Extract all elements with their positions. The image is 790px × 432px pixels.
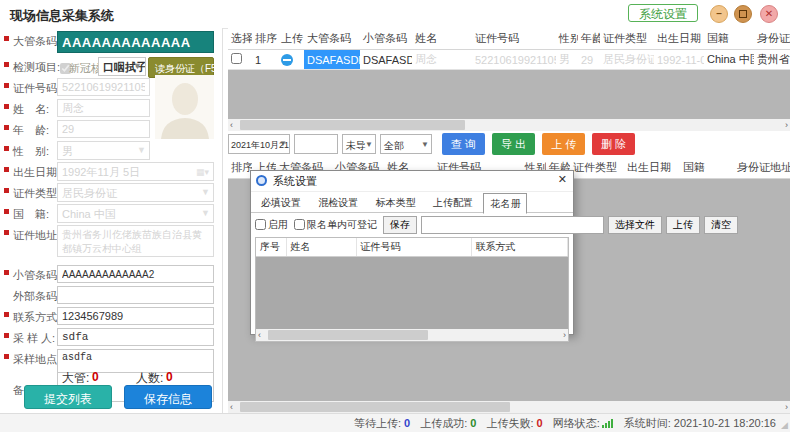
export-button[interactable]: 导 出 bbox=[492, 133, 535, 155]
app-window: 现场信息采集系统 系统设置 – ✕ 大管条码: 检测项目: 新冠核酸 口咽拭子 … bbox=[0, 0, 790, 432]
choose-file-button[interactable]: 选择文件 bbox=[608, 216, 662, 234]
id-type-value: 居民身份证 bbox=[62, 187, 117, 199]
maximize-icon[interactable] bbox=[734, 5, 752, 23]
scroll-left-icon[interactable]: ‹ bbox=[230, 119, 233, 131]
contact-input[interactable] bbox=[57, 307, 214, 325]
sample-type-select[interactable]: 口咽拭子 ▼ bbox=[98, 57, 146, 76]
dialog-tabs: 必填设置 混检设置 标本类型 上传配置 花名册 bbox=[251, 192, 573, 213]
dialog-title-bar[interactable]: 系统设置 ✕ bbox=[251, 171, 573, 192]
close-icon[interactable]: ✕ bbox=[760, 5, 778, 23]
col-gender[interactable]: 性别 bbox=[556, 28, 578, 50]
scrollbar-thumb[interactable] bbox=[240, 120, 465, 130]
export-filter-select[interactable]: 未导 ▼ bbox=[342, 134, 376, 154]
nationality-label: 国 籍: bbox=[13, 207, 49, 222]
file-path-input[interactable] bbox=[421, 216, 604, 234]
row-age: 29 bbox=[578, 50, 600, 70]
horizontal-scrollbar[interactable]: ‹ › bbox=[256, 329, 568, 341]
small-tube-label: 小管条码: bbox=[13, 268, 60, 283]
col-birth[interactable]: 出生日期 bbox=[624, 157, 680, 179]
col-small-tube[interactable]: 小管条码 bbox=[360, 28, 412, 50]
person-silhouette-icon bbox=[155, 75, 214, 139]
upload-success-status: 上传成功: 0 bbox=[420, 416, 476, 431]
col-id-type[interactable]: 证件类型 bbox=[570, 157, 624, 179]
nationality-row: 国 籍: China 中国 ▼ bbox=[0, 204, 222, 224]
scroll-right-icon[interactable]: › bbox=[785, 401, 788, 413]
system-settings-dialog: 系统设置 ✕ 必填设置 混检设置 标本类型 上传配置 花名册 启用 限名单内可登… bbox=[250, 170, 574, 335]
query-button[interactable]: 查 询 bbox=[442, 133, 485, 155]
date-picker[interactable]: 2021年10月21日 ▼ bbox=[228, 134, 290, 154]
network-status: 网络状态: bbox=[553, 416, 614, 431]
col-address[interactable]: 身份证地址 bbox=[734, 157, 790, 179]
system-settings-button[interactable]: 系统设置 bbox=[628, 4, 698, 22]
small-tube-input[interactable] bbox=[57, 265, 214, 283]
all-filter-select[interactable]: 全部 ▼ bbox=[380, 134, 432, 154]
save-info-button[interactable]: 保存信息（F9） bbox=[124, 385, 212, 409]
sampler-input[interactable] bbox=[57, 328, 214, 346]
external-barcode-input[interactable] bbox=[57, 286, 214, 304]
required-marker bbox=[4, 270, 9, 275]
birth-date-picker[interactable]: 1992年11月 5日 ▦▾ bbox=[57, 162, 214, 181]
scroll-right-icon[interactable]: › bbox=[785, 119, 788, 131]
col-contact[interactable]: 联系方式 bbox=[471, 238, 568, 257]
col-select[interactable]: 选择 bbox=[228, 28, 252, 50]
chevron-down-icon: ▼ bbox=[201, 208, 210, 218]
tab-specimen-type[interactable]: 标本类型 bbox=[369, 192, 423, 213]
table-header-row: 选择 排序 上传 大管条码 小管条码 姓名 证件号码 性别 年龄 证件类型 出生… bbox=[228, 28, 790, 50]
upload-fail-status: 上传失败: 0 bbox=[486, 416, 542, 431]
nationality-select[interactable]: China 中国 ▼ bbox=[57, 204, 214, 223]
tab-roster[interactable]: 花名册 bbox=[483, 193, 527, 214]
col-nationality[interactable]: 国籍 bbox=[680, 157, 734, 179]
search-input[interactable] bbox=[294, 134, 338, 154]
row-small-tube: DSAFASDFAAAS1 bbox=[360, 50, 412, 70]
scrollbar-thumb[interactable] bbox=[240, 402, 510, 412]
col-id-number[interactable]: 证件号码 bbox=[472, 28, 556, 50]
col-order[interactable]: 排序 bbox=[252, 28, 278, 50]
col-age[interactable]: 年龄 bbox=[578, 28, 600, 50]
dialog-close-icon[interactable]: ✕ bbox=[558, 173, 567, 186]
col-address[interactable]: 身份证地址 bbox=[754, 28, 790, 50]
horizontal-scrollbar[interactable]: ‹ › bbox=[228, 119, 790, 131]
scrollbar-thumb[interactable] bbox=[268, 330, 428, 340]
id-type-select[interactable]: 居民身份证 ▼ bbox=[57, 183, 214, 202]
col-name[interactable]: 姓名 bbox=[286, 238, 356, 257]
col-id-type[interactable]: 证件类型 bbox=[600, 28, 654, 50]
dialog-clear-button[interactable]: 清空 bbox=[704, 216, 738, 234]
table-row[interactable]: 1 DSAFASDFAAAS DSAFASDFAAAS1 周念 52210619… bbox=[228, 50, 790, 70]
col-birth[interactable]: 出生日期 bbox=[654, 28, 704, 50]
col-id-number[interactable]: 证件号码 bbox=[356, 238, 471, 257]
row-select-checkbox[interactable] bbox=[231, 53, 242, 64]
external-barcode-row: 外部条码: bbox=[0, 286, 222, 306]
age-input[interactable] bbox=[57, 120, 150, 138]
signal-bars-icon bbox=[602, 418, 614, 430]
dialog-upload-button[interactable]: 上传 bbox=[666, 216, 700, 234]
tab-mixed-test[interactable]: 混检设置 bbox=[311, 192, 365, 213]
gender-select[interactable]: 男 ▼ bbox=[57, 141, 150, 160]
tab-required-settings[interactable]: 必填设置 bbox=[254, 192, 308, 213]
scroll-right-icon[interactable]: › bbox=[563, 329, 566, 341]
col-nationality[interactable]: 国籍 bbox=[704, 28, 754, 50]
id-address-textarea[interactable]: 贵州省务川仡佬族苗族自治县黄都镇万云村中心组 bbox=[57, 225, 214, 257]
name-input[interactable] bbox=[57, 99, 150, 117]
resize-grip[interactable]: ◢ bbox=[781, 420, 788, 430]
delete-button[interactable]: 删 除 bbox=[592, 133, 635, 155]
id-number-input[interactable] bbox=[57, 78, 150, 96]
col-name[interactable]: 姓名 bbox=[412, 28, 472, 50]
submit-list-button[interactable]: 提交列表（F7） bbox=[24, 385, 112, 409]
scroll-left-icon[interactable]: ‹ bbox=[258, 329, 261, 341]
dialog-save-button[interactable]: 保存 bbox=[383, 216, 417, 234]
big-tube-input[interactable] bbox=[57, 31, 214, 53]
restrict-checkbox[interactable] bbox=[294, 219, 305, 230]
minimize-icon[interactable]: – bbox=[710, 5, 728, 23]
birth-value: 1992年11月 5日 bbox=[62, 166, 140, 178]
horizontal-scrollbar[interactable]: ‹ › bbox=[228, 401, 790, 413]
col-big-tube[interactable]: 大管条码 bbox=[304, 28, 360, 50]
tab-upload-config[interactable]: 上传配置 bbox=[426, 192, 480, 213]
col-index[interactable]: 序号 bbox=[256, 238, 286, 257]
enable-checkbox-label: 启用 bbox=[255, 218, 288, 232]
chevron-down-icon: ▼ bbox=[137, 145, 146, 155]
col-upload[interactable]: 上传 bbox=[278, 28, 304, 50]
scroll-left-icon[interactable]: ‹ bbox=[230, 401, 233, 413]
col-order[interactable]: 排序 bbox=[228, 157, 252, 179]
enable-checkbox[interactable] bbox=[255, 219, 266, 230]
upload-button[interactable]: 上 传 bbox=[542, 133, 585, 155]
